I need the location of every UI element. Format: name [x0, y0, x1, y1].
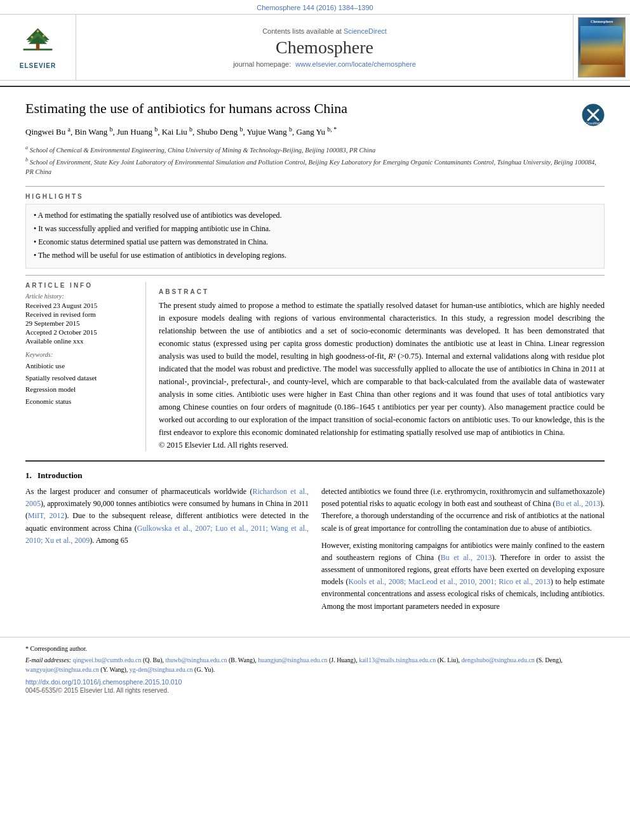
history-label: Article history:: [25, 293, 138, 300]
svg-point-6: [43, 35, 45, 37]
footer-doi-line: http://dx.doi.org/10.1016/j.chemosphere.…: [25, 677, 605, 687]
page-footer: * Corresponding author. E-mail addresses…: [0, 637, 630, 698]
highlight-4: The method will be useful for use estima…: [34, 250, 596, 261]
info-abstract-columns: ARTICLE INFO Article history: Received 2…: [25, 282, 605, 451]
email-addresses: E-mail addresses: qingwei.bu@cumtb.edu.c…: [25, 655, 605, 674]
article-title: Estimating the use of antibiotics for hu…: [25, 100, 605, 118]
keyword-2: Spatially resolved dataset: [25, 372, 138, 384]
crossmark-badge: CrossMark: [582, 103, 605, 126]
keyword-4: Economic status: [25, 396, 138, 408]
doi-link[interactable]: http://dx.doi.org/10.1016/j.chemosphere.…: [25, 678, 182, 686]
elsevier-label: ELSEVIER: [20, 62, 56, 69]
email-link-yu[interactable]: yg-den@tsinghua.edu.cn: [130, 666, 193, 673]
journal-cover: Chemosphere: [573, 15, 630, 80]
highlight-2: It was successfully applied and verified…: [34, 223, 596, 234]
affiliation-b: b School of Environment, State Key Joint…: [25, 156, 605, 177]
abstract-label: ABSTRACT: [159, 288, 605, 295]
journal-name: Chemosphere: [276, 37, 373, 58]
article-body: CrossMark Estimating the use of antibiot…: [0, 87, 630, 630]
keywords-label: Keywords:: [25, 351, 138, 358]
elsevier-tree-icon: [20, 25, 55, 60]
divider-1: [25, 186, 605, 187]
homepage-text: journal homepage:: [233, 60, 291, 68]
email-link-deng[interactable]: dengshubo@tsinghua.edu.cn: [462, 657, 535, 663]
intro-left-para1: As the largest producer and consumer of …: [25, 486, 309, 547]
homepage-line: journal homepage: www.elsevier.com/locat…: [233, 60, 416, 68]
cover-title-text: Chemosphere: [591, 20, 613, 23]
svg-point-5: [31, 36, 34, 39]
intro-right-column: detected antibiotics we found three (i.e…: [321, 486, 605, 618]
sciencedirect-link[interactable]: ScienceDirect: [344, 27, 387, 35]
affiliation-a: a School of Chemical & Environmental Eng…: [25, 144, 605, 155]
revised-date: 29 September 2015: [25, 319, 138, 327]
introduction-section: 1. Introduction As the largest producer …: [25, 460, 605, 618]
revised-label: Received in revised form: [25, 310, 138, 318]
doi-text: Chemosphere 144 (2016) 1384–1390: [257, 4, 373, 11]
section-number: 1.: [25, 470, 32, 480]
elsevier-logo: ELSEVIER: [0, 15, 76, 80]
intro-right-para1: detected antibiotics we found three (i.e…: [321, 486, 605, 535]
article-info-column: ARTICLE INFO Article history: Received 2…: [25, 282, 146, 451]
authors-line: Qingwei Bu a, Bin Wang b, Jun Huang b, K…: [25, 124, 605, 139]
svg-text:CrossMark: CrossMark: [586, 121, 601, 125]
highlights-box: A method for estimating the spatially re…: [25, 204, 605, 269]
abstract-column: ABSTRACT The present study aimed to prop…: [159, 282, 605, 451]
doi-bar: Chemosphere 144 (2016) 1384–1390: [0, 0, 630, 14]
crossmark-icon: CrossMark: [582, 103, 605, 126]
highlights-label: HIGHLIGHTS: [25, 193, 605, 200]
intro-right-para2: However, existing monitoring campaigns f…: [321, 540, 605, 613]
keyword-1: Antibiotic use: [25, 360, 138, 372]
email-link-huang[interactable]: huangjun@tsinghua.edu.cn: [258, 657, 327, 663]
header-content: ELSEVIER Contents lists available at Sci…: [0, 14, 630, 81]
email-link-wang[interactable]: thuwb@tsinghua.edu.cn: [166, 657, 227, 663]
homepage-link[interactable]: www.elsevier.com/locate/chemosphere: [295, 60, 416, 68]
intro-left-column: As the largest producer and consumer of …: [25, 486, 309, 618]
section-heading: 1. Introduction: [25, 470, 605, 481]
author-qingwei: Qingwei Bu a, Bin Wang b, Jun Huang b, K…: [25, 127, 337, 137]
svg-point-7: [37, 30, 39, 32]
abstract-text: The present study aimed to propose a met…: [159, 299, 605, 439]
email-link-liu[interactable]: kail13@mails.tsinghua.edu.cn: [359, 657, 436, 663]
email-link-bu[interactable]: qingwei.bu@cumtb.edu.cn: [73, 657, 142, 663]
keywords-section: Keywords: Antibiotic use Spatially resol…: [25, 351, 138, 408]
contents-line: Contents lists available at ScienceDirec…: [262, 27, 387, 35]
page: Chemosphere 144 (2016) 1384–1390: [0, 0, 630, 698]
divider-2: [25, 275, 605, 276]
journal-header: Chemosphere 144 (2016) 1384–1390: [0, 0, 630, 87]
copyright-text: © 2015 Elsevier Ltd. All rights reserved…: [159, 439, 605, 451]
title-section: CrossMark Estimating the use of antibiot…: [25, 100, 605, 118]
intro-two-columns: As the largest producer and consumer of …: [25, 486, 605, 618]
journal-title-section: Contents lists available at ScienceDirec…: [76, 15, 573, 80]
highlight-1: A method for estimating the spatially re…: [34, 210, 596, 221]
corresponding-author-note: * Corresponding author.: [25, 644, 605, 653]
cover-image: Chemosphere: [578, 17, 626, 77]
highlight-3: Economic status determined spatial use p…: [34, 236, 596, 248]
contents-text: Contents lists available at: [262, 27, 342, 35]
issn-line: 0045-6535/© 2015 Elsevier Ltd. All right…: [25, 687, 605, 694]
keyword-3: Regression model: [25, 383, 138, 396]
article-info-label: ARTICLE INFO: [25, 282, 138, 289]
that-word: that: [415, 377, 427, 386]
available-online: Available online xxx: [25, 337, 138, 345]
affiliations: a School of Chemical & Environmental Eng…: [25, 144, 605, 177]
email-link-wangy[interactable]: wangyujue@tsinghua.edu.cn: [25, 666, 99, 673]
section-title: Introduction: [37, 470, 83, 480]
received-date: Received 23 August 2015: [25, 302, 138, 309]
accepted-date: Accepted 2 October 2015: [25, 328, 138, 336]
